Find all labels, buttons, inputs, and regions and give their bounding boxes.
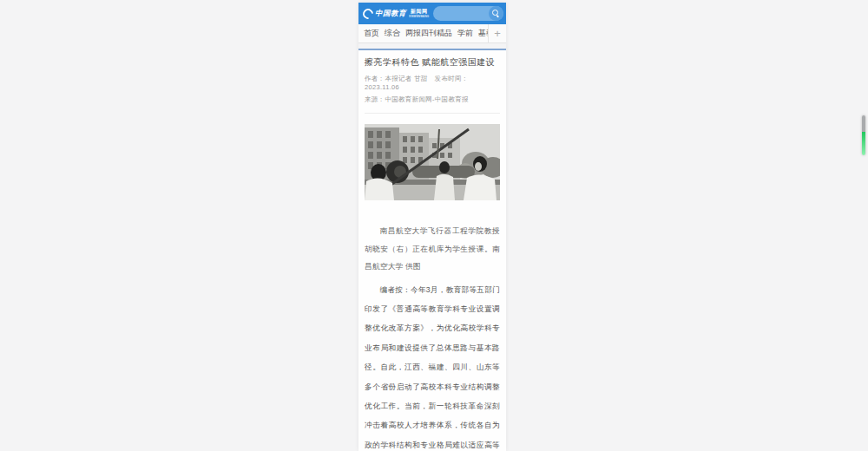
side-scroll-indicator[interactable] [862, 115, 865, 155]
tab-两报四刊精品[interactable]: 两报四刊精品 [405, 28, 452, 39]
tab-基教[interactable]: 基教 [478, 28, 488, 39]
tab-学前[interactable]: 学前 [457, 28, 473, 39]
desktop-stage: 中国教育 新闻网 XINWENWANG 首页综合两报四刊精品学前基教高教 + 擦… [0, 0, 868, 451]
photo-caption: 南昌航空大学飞行器工程学院教授胡晓安（右）正在机库为学生授课。南昌航空大学 供图 [365, 222, 500, 276]
indicator-green-segment [862, 132, 865, 155]
search-input[interactable] [438, 6, 489, 21]
tab-综合[interactable]: 综合 [385, 28, 400, 39]
article-author: 作者：本报记者 甘甜 [365, 75, 428, 82]
logo-sub-text: 新闻网 XINWENWANG [408, 8, 430, 20]
meta-divider [365, 113, 500, 114]
tab-首页[interactable]: 首页 [364, 28, 379, 39]
category-nav: 首页综合两报四刊精品学前基教高教 + [358, 24, 506, 43]
logo-pinyin: XINWENWANG [409, 14, 429, 19]
site-header: 中国教育 新闻网 XINWENWANG [358, 3, 506, 24]
article-photo [365, 124, 500, 200]
site-logo[interactable]: 中国教育 新闻网 XINWENWANG [363, 8, 430, 20]
logo-c-swoosh-icon [361, 6, 376, 21]
article-source: 来源：中国教育新闻网-中国教育报 [365, 95, 500, 104]
article-body-paragraph: 编者按：今年3月，教育部等五部门印发了《普通高等教育学科专业设置调整优化改革方案… [365, 280, 500, 451]
article-container: 擦亮学科特色 赋能航空强国建设 作者：本报记者 甘甜发布时间：2023.11.0… [358, 49, 506, 451]
article-title: 擦亮学科特色 赋能航空强国建设 [365, 56, 500, 69]
nav-more-button[interactable]: + [488, 24, 506, 43]
search-button[interactable] [489, 6, 503, 21]
search-icon [492, 10, 500, 17]
nav-tabs: 首页综合两报四刊精品学前基教高教 [358, 28, 488, 39]
mobile-content-column: 中国教育 新闻网 XINWENWANG 首页综合两报四刊精品学前基教高教 + 擦… [358, 3, 506, 451]
article-meta-line1: 作者：本报记者 甘甜发布时间：2023.11.06 [365, 75, 500, 91]
indicator-gray-segment [862, 115, 865, 132]
logo-main-text: 中国教育 [375, 9, 406, 19]
search-bar[interactable] [433, 6, 503, 21]
